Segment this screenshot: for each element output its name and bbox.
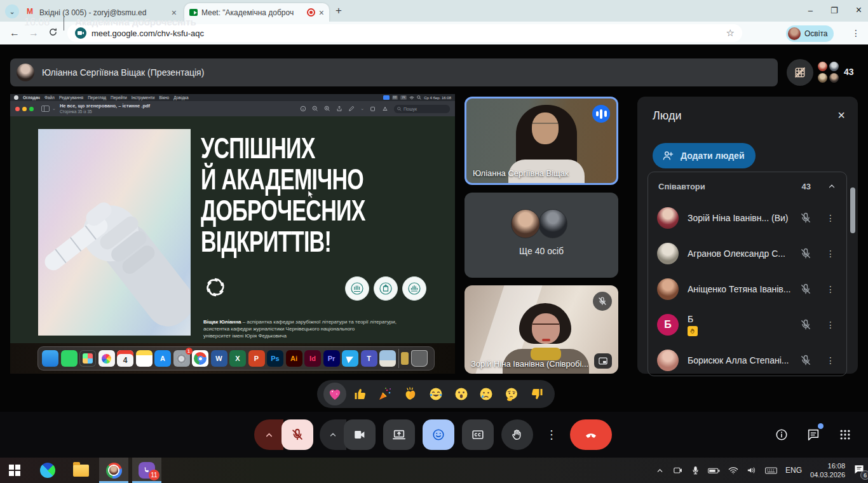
university-logos bbox=[345, 276, 426, 301]
mic-off-icon bbox=[799, 318, 812, 331]
mac-menu-item: Інструменти bbox=[132, 95, 155, 100]
slide-title: УСПІШНИХ Й АКАДЕМІЧНО ДОБРОЧЕСНИХ ВІДКРИ… bbox=[201, 133, 398, 257]
taskbar-chrome[interactable] bbox=[99, 458, 128, 483]
tab-close-icon[interactable]: × bbox=[319, 8, 324, 18]
mic-off-icon bbox=[290, 428, 304, 442]
university-logo-2 bbox=[374, 276, 398, 301]
taskbar-clock[interactable]: 16:08 04.03.2026 bbox=[810, 461, 845, 479]
reaction-face-wow[interactable] bbox=[450, 383, 473, 405]
chat-unread-dot bbox=[818, 423, 824, 429]
reactions-button[interactable] bbox=[423, 419, 454, 450]
taskbar-viber[interactable]: 11 bbox=[132, 458, 161, 483]
people-panel: Люди × Додати людей Співавтори 43 Зорій … bbox=[637, 97, 858, 374]
participant-row[interactable]: Зорій Ніна Іванівн... (Ви) ⋮ bbox=[648, 200, 846, 236]
present-button[interactable] bbox=[383, 419, 415, 450]
language-indicator: ENG bbox=[785, 466, 802, 475]
reaction-party-popper[interactable] bbox=[374, 383, 397, 405]
panel-scrollbar[interactable] bbox=[850, 187, 855, 233]
dock-icon-appstore: A bbox=[154, 350, 171, 367]
panel-close-button[interactable]: × bbox=[837, 108, 845, 123]
reaction-crying-face[interactable] bbox=[475, 383, 498, 405]
apple-logo-icon bbox=[14, 95, 18, 100]
tab-meet[interactable]: Meet: "Академічна доброч × bbox=[184, 3, 329, 22]
participant-row[interactable]: Агранов Олександр С... ⋮ bbox=[648, 236, 846, 271]
speaking-indicator-icon bbox=[592, 105, 610, 123]
reaction-clapping-hands[interactable] bbox=[399, 383, 422, 405]
end-call-button[interactable] bbox=[570, 419, 612, 450]
collaborators-header[interactable]: Співавтори 43 bbox=[648, 172, 846, 200]
minimize-button[interactable]: – bbox=[808, 6, 813, 15]
tab-search-button[interactable]: ⌄ bbox=[5, 4, 19, 18]
camera-button[interactable] bbox=[344, 419, 376, 450]
mic-off-icon bbox=[799, 283, 812, 296]
tray-mic-icon bbox=[691, 465, 700, 476]
dock-icon-excel: X bbox=[229, 350, 246, 367]
bookmark-star-icon[interactable]: ☆ bbox=[726, 27, 735, 39]
participant-menu-button[interactable]: ⋮ bbox=[826, 320, 835, 330]
participant-menu-button[interactable]: ⋮ bbox=[826, 248, 835, 259]
meet-icon bbox=[189, 9, 198, 16]
participant-row[interactable]: Аніщенко Тетяна Іванів... ⋮ bbox=[648, 271, 846, 307]
forward-button[interactable]: → bbox=[24, 27, 43, 39]
more-options-button[interactable]: ⋮ bbox=[539, 419, 564, 450]
dock-icon-indesign: Id bbox=[304, 350, 321, 367]
pip-icon[interactable] bbox=[594, 353, 612, 369]
new-tab-button[interactable]: + bbox=[336, 4, 342, 17]
close-button[interactable]: × bbox=[856, 4, 862, 16]
reaction-thinking-face[interactable] bbox=[500, 383, 523, 405]
mic-mute-button[interactable] bbox=[281, 419, 313, 450]
folder-icon bbox=[73, 465, 89, 477]
captions-button[interactable] bbox=[462, 419, 494, 450]
mac-desktop: 4A1WXPPsAiIdPrT bbox=[10, 343, 455, 374]
more-participants-tile[interactable]: Ще 40 осіб bbox=[465, 193, 618, 278]
profile-chip[interactable]: Освіта bbox=[786, 25, 834, 42]
markup-icon bbox=[348, 105, 355, 112]
participant-row[interactable]: Б Б ⋮ bbox=[648, 307, 846, 343]
video-tile-speaker[interactable]: Юліанна Сергіївна Віщак bbox=[465, 97, 618, 185]
camera-options-chevron[interactable] bbox=[320, 419, 346, 450]
start-button[interactable] bbox=[0, 458, 29, 483]
layout-disabled-button[interactable] bbox=[787, 59, 813, 86]
preview-toolbar-icons: ⌄ Пошук bbox=[300, 105, 450, 113]
mac-dock: 4A1WXPPsAiIdPrT bbox=[37, 346, 435, 371]
back-button[interactable]: ← bbox=[5, 27, 24, 39]
reaction-face-joy[interactable] bbox=[424, 383, 447, 405]
reload-button[interactable] bbox=[43, 27, 62, 39]
chat-icon bbox=[806, 428, 820, 442]
participant-name: Агранов Олександр С... bbox=[688, 248, 790, 259]
mic-options-chevron[interactable] bbox=[254, 419, 283, 450]
dock-icon-telegram bbox=[342, 350, 358, 367]
taskbar-explorer[interactable] bbox=[66, 458, 95, 483]
meeting-details-button[interactable] bbox=[770, 423, 793, 446]
dock-icon-trash bbox=[411, 350, 428, 367]
chat-button[interactable] bbox=[802, 423, 825, 446]
reaction-thumbs-up[interactable] bbox=[349, 383, 372, 405]
participant-row[interactable]: Борисюк Алла Степані... ⋮ bbox=[648, 343, 846, 376]
presentation-slide: УСПІШНИХ Й АКАДЕМІЧНО ДОБРОЧЕСНИХ ВІДКРИ… bbox=[10, 116, 455, 343]
reaction-sparkling-heart[interactable] bbox=[323, 383, 346, 405]
tray-wifi-icon bbox=[728, 466, 738, 475]
participant-menu-button[interactable]: ⋮ bbox=[826, 213, 835, 223]
raise-hand-button[interactable] bbox=[501, 419, 533, 450]
avatar bbox=[657, 350, 679, 371]
reaction-thumbs-down[interactable] bbox=[526, 383, 548, 405]
browser-menu-button[interactable]: ⋮ bbox=[851, 28, 860, 38]
add-people-button[interactable]: Додати людей bbox=[653, 143, 756, 168]
participant-menu-button[interactable]: ⋮ bbox=[826, 284, 835, 294]
participant-menu-button[interactable]: ⋮ bbox=[826, 355, 835, 365]
person-add-icon bbox=[661, 149, 674, 162]
activities-button[interactable] bbox=[834, 423, 857, 446]
tray-camera-icon bbox=[672, 466, 683, 475]
avatar bbox=[657, 243, 679, 264]
notification-center-button[interactable]: 6 bbox=[853, 464, 865, 477]
smiley-icon bbox=[431, 428, 445, 442]
taskbar-edge[interactable] bbox=[33, 458, 62, 483]
dock-icon-calendar: 4 bbox=[117, 350, 133, 367]
collaborators-section: Співавтори 43 Зорій Ніна Іванівн... (Ви)… bbox=[648, 172, 847, 376]
participants-avatar-cluster[interactable] bbox=[818, 62, 839, 83]
shared-screen[interactable]: ОглядачФайлРедагуванняПереглядПерейтиІнс… bbox=[10, 94, 455, 374]
participant-avatar bbox=[511, 209, 540, 238]
presenter-name: Юліанна Сергіївна Віщак (Презентація) bbox=[42, 67, 204, 78]
maximize-button[interactable]: ❐ bbox=[831, 6, 838, 15]
video-tile-participant[interactable]: Зорій Ніна Іванівна (Співробі... bbox=[465, 285, 618, 374]
